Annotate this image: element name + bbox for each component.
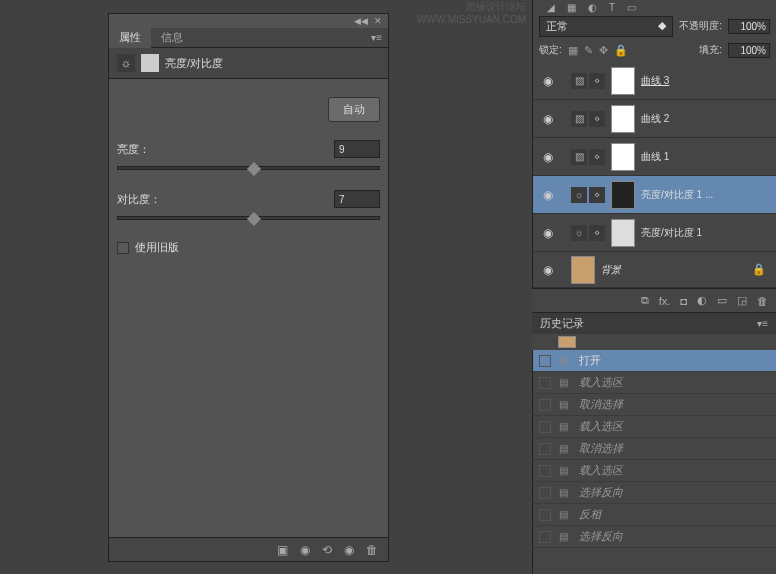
adjustment-title: 亮度/对比度	[165, 56, 223, 71]
history-item[interactable]: ▤载入选区	[533, 416, 776, 438]
mask-icon[interactable]	[141, 54, 159, 72]
link-layers-icon[interactable]: ⧉	[641, 294, 649, 307]
layer-name[interactable]: 亮度/对比度 1	[641, 226, 702, 240]
auto-button[interactable]: 自动	[328, 97, 380, 122]
filter-type-icon[interactable]: T	[609, 2, 615, 13]
close-icon[interactable]: ✕	[374, 16, 382, 26]
trash-icon[interactable]: 🗑	[757, 295, 768, 307]
filter-kind-icon[interactable]: ◢	[547, 2, 555, 13]
curves-icon: ▨	[571, 149, 587, 165]
panel-menu-icon[interactable]: ▾≡	[371, 32, 388, 43]
visibility-icon[interactable]: ◉	[344, 543, 354, 557]
visibility-toggle[interactable]: ◉	[533, 112, 563, 126]
layers-footer: ⧉ fx. ◘ ◐ ▭ ◲ 🗑	[532, 288, 776, 312]
lock-all-icon[interactable]: 🔒	[614, 44, 628, 57]
layers-tab-bar: ◢ ▦ ◐ T ▭	[532, 0, 776, 14]
contrast-slider[interactable]	[117, 216, 380, 220]
layer-name[interactable]: 亮度/对比度 1 ...	[641, 188, 713, 202]
trash-icon[interactable]: 🗑	[366, 543, 378, 557]
layer-mask-thumb[interactable]	[611, 219, 635, 247]
group-icon[interactable]: ▭	[717, 294, 727, 307]
visibility-toggle[interactable]: ◉	[533, 150, 563, 164]
visibility-toggle[interactable]: ◉	[533, 226, 563, 240]
visibility-toggle[interactable]: ◉	[533, 74, 563, 88]
opacity-input[interactable]	[728, 19, 770, 34]
properties-panel: ◀◀ ✕ 属性 信息 ▾≡ ☼ 亮度/对比度 自动 亮度： 对比度：	[108, 13, 389, 562]
lock-transparency-icon[interactable]: ▦	[568, 44, 578, 57]
layer-name[interactable]: 背景	[601, 263, 621, 277]
layer-name[interactable]: 曲线 3	[641, 74, 669, 88]
brightness-icon: ☼	[571, 225, 587, 241]
layer-name[interactable]: 曲线 2	[641, 112, 669, 126]
visibility-toggle[interactable]: ◉	[533, 263, 563, 277]
fill-label: 填充:	[699, 43, 722, 57]
panel-tabs: 属性 信息 ▾≡	[109, 28, 388, 48]
layer-row[interactable]: ◉ ☼⋄ 亮度/对比度 1	[533, 214, 776, 252]
layer-row[interactable]: ◉ 背景 🔒	[533, 252, 776, 288]
layer-name[interactable]: 曲线 1	[641, 150, 669, 164]
filter-shape-icon[interactable]: ▭	[627, 2, 636, 13]
layer-row[interactable]: ◉ ▨⋄ 曲线 1	[533, 138, 776, 176]
lock-icon: 🔒	[752, 263, 776, 276]
mask-icon[interactable]: ◘	[680, 295, 687, 307]
view-previous-icon[interactable]: ◉	[300, 543, 310, 557]
legacy-checkbox[interactable]	[117, 242, 129, 254]
filter-adjust-icon[interactable]: ◐	[588, 2, 597, 13]
blend-mode-select[interactable]: 正常◆	[539, 16, 673, 37]
layer-mask-thumb[interactable]	[611, 67, 635, 95]
adjustment-header: ☼ 亮度/对比度	[109, 48, 388, 79]
lock-paint-icon[interactable]: ✎	[584, 44, 593, 57]
lock-label: 锁定:	[539, 43, 562, 57]
history-item[interactable]: ▤打开	[533, 350, 776, 372]
lock-position-icon[interactable]: ✥	[599, 44, 608, 57]
fill-input[interactable]	[728, 43, 770, 58]
watermark-text2: WWW.MISSYUAN.COM	[417, 14, 526, 25]
contrast-label: 对比度：	[117, 192, 161, 207]
layer-mask-thumb[interactable]	[611, 105, 635, 133]
filter-pixel-icon[interactable]: ▦	[567, 2, 576, 13]
tab-properties[interactable]: 属性	[109, 27, 151, 48]
layer-thumb[interactable]	[571, 256, 595, 284]
history-item[interactable]: ▤选择反向	[533, 526, 776, 548]
watermark-text1: 思缘设计论坛	[417, 0, 526, 14]
properties-footer: ▣ ◉ ⟲ ◉ 🗑	[109, 537, 388, 561]
tab-info[interactable]: 信息	[151, 27, 193, 48]
legacy-label: 使用旧版	[135, 240, 179, 255]
clip-icon[interactable]: ▣	[277, 543, 288, 557]
curves-icon: ▨	[571, 73, 587, 89]
history-menu-icon[interactable]: ▾≡	[757, 318, 768, 329]
layer-row[interactable]: ◉ ☼⋄ 亮度/对比度 1 ...	[533, 176, 776, 214]
fx-icon[interactable]: fx.	[659, 295, 671, 307]
visibility-toggle[interactable]: ◉	[533, 188, 563, 202]
history-item[interactable]: ▤载入选区	[533, 372, 776, 394]
panel-titlebar: ◀◀ ✕	[109, 14, 388, 28]
link-icon: ⋄	[589, 73, 605, 89]
history-item[interactable]: ▤载入选区	[533, 460, 776, 482]
link-icon: ⋄	[589, 149, 605, 165]
adjustment-icon[interactable]: ◐	[697, 294, 707, 307]
brightness-label: 亮度：	[117, 142, 150, 157]
link-icon: ⋄	[589, 225, 605, 241]
history-title: 历史记录	[540, 316, 584, 331]
history-header: 历史记录 ▾≡	[532, 312, 776, 334]
brightness-slider[interactable]	[117, 166, 380, 170]
link-icon: ⋄	[589, 111, 605, 127]
history-item[interactable]: ▤选择反向	[533, 482, 776, 504]
history-snapshot-row[interactable]	[532, 334, 776, 350]
layer-mask-thumb[interactable]	[611, 181, 635, 209]
layer-row[interactable]: ◉ ▨⋄ 曲线 2	[533, 100, 776, 138]
layer-row[interactable]: ◉ ▨⋄ 曲线 3	[533, 62, 776, 100]
brightness-contrast-icon: ☼	[117, 54, 135, 72]
layer-mask-thumb[interactable]	[611, 143, 635, 171]
curves-icon: ▨	[571, 111, 587, 127]
new-layer-icon[interactable]: ◲	[737, 294, 747, 307]
history-item[interactable]: ▤取消选择	[533, 394, 776, 416]
reset-icon[interactable]: ⟲	[322, 543, 332, 557]
link-icon: ⋄	[589, 187, 605, 203]
opacity-label: 不透明度:	[679, 19, 722, 33]
brightness-input[interactable]	[334, 140, 380, 158]
history-item[interactable]: ▤反相	[533, 504, 776, 526]
collapse-icon[interactable]: ◀◀	[354, 16, 368, 26]
contrast-input[interactable]	[334, 190, 380, 208]
history-item[interactable]: ▤取消选择	[533, 438, 776, 460]
